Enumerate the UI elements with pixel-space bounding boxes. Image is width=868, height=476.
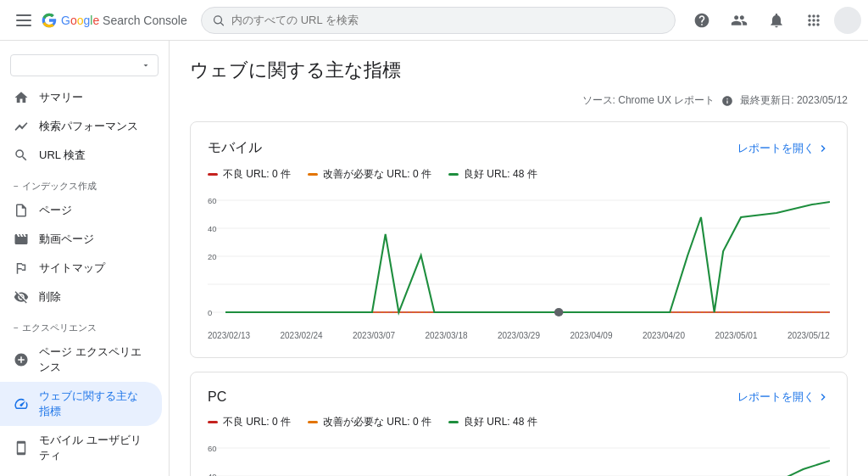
mobile-card-header: モバイル レポートを開く — [208, 139, 830, 157]
layout: サマリー 検索パフォーマンス URL 検査 インデックス作成 ページ — [0, 41, 868, 476]
svg-text:60: 60 — [208, 197, 217, 205]
pc-card-title: PC — [208, 389, 226, 405]
google-logo-icon — [41, 12, 58, 29]
logo: Google Search Console — [41, 12, 187, 29]
apps-button[interactable] — [797, 3, 831, 37]
header-actions — [685, 3, 861, 37]
legend-bad: 不良 URL: 0 件 — [208, 167, 291, 182]
pc-legend: 不良 URL: 0 件 改善が必要な URL: 0 件 良好 URL: 48 件 — [208, 415, 830, 429]
svg-text:20: 20 — [208, 253, 217, 261]
svg-text:40: 40 — [208, 225, 217, 233]
source-bar: ソース: Chrome UX レポート 最終更新日: 2023/05/12 — [190, 93, 848, 108]
svg-point-13 — [554, 308, 563, 316]
sidebar-item-url-inspection[interactable]: URL 検査 — [0, 141, 162, 170]
grid-icon — [805, 12, 822, 29]
mobile-icon — [14, 440, 29, 456]
legend-bad-dot — [208, 173, 218, 176]
notification-button[interactable] — [760, 3, 793, 37]
source-label: ソース: Chrome UX レポート — [582, 93, 715, 108]
people-icon — [731, 12, 748, 29]
pc-legend-improve-dot — [308, 421, 318, 423]
menu-button[interactable] — [7, 3, 41, 37]
pc-legend-good: 良好 URL: 48 件 — [448, 415, 537, 429]
speed-icon — [14, 396, 29, 412]
search-icon — [212, 14, 225, 27]
sidebar-item-web-vitals[interactable]: ウェブに関する主な指標 — [0, 382, 162, 426]
circle-plus-icon — [14, 352, 29, 367]
hamburger-icon — [16, 14, 31, 26]
search-bar[interactable] — [201, 7, 676, 34]
sidebar: サマリー 検索パフォーマンス URL 検査 インデックス作成 ページ — [0, 41, 170, 476]
trend-icon — [14, 119, 29, 134]
account-button[interactable] — [722, 3, 756, 37]
mobile-chart-svg: 60 40 20 0 — [208, 192, 830, 328]
video-icon — [14, 232, 29, 247]
doc-icon — [14, 203, 29, 218]
sidebar-label-summary: サマリー — [39, 90, 83, 105]
legend-needs-improvement: 改善が必要な URL: 0 件 — [308, 167, 431, 182]
search-sidebar-icon — [14, 148, 29, 163]
svg-text:60: 60 — [208, 445, 217, 453]
header: Google Search Console — [0, 0, 868, 41]
sidebar-item-summary[interactable]: サマリー — [0, 83, 162, 112]
section-index: インデックス作成 — [0, 170, 169, 196]
avatar[interactable] — [834, 7, 861, 34]
search-input[interactable] — [231, 14, 665, 26]
mobile-legend: 不良 URL: 0 件 改善が必要な URL: 0 件 良好 URL: 48 件 — [208, 167, 830, 182]
help-button[interactable] — [685, 3, 719, 37]
info-icon — [721, 95, 733, 107]
pc-card: PC レポートを開く 不良 URL: 0 件 改善が必要な URL: 0 件 — [190, 372, 848, 476]
last-updated-label: 最終更新日: 2023/05/12 — [740, 93, 848, 108]
home-icon — [14, 90, 29, 105]
help-icon — [693, 12, 710, 29]
svg-text:0: 0 — [208, 309, 212, 317]
mobile-card-title: モバイル — [208, 139, 262, 157]
section-experience: エクスペリエンス — [0, 311, 169, 338]
pc-chart: 60 40 — [208, 440, 830, 476]
legend-good: 良好 URL: 48 件 — [448, 167, 537, 182]
chevron-right-icon — [816, 142, 830, 155]
pc-legend-needs-improvement: 改善が必要な URL: 0 件 — [308, 415, 431, 429]
page-title: ウェブに関する主な指標 — [190, 58, 848, 83]
mobile-chart: 60 40 20 0 — [208, 192, 830, 328]
sitemap-icon — [14, 260, 29, 276]
sidebar-label-search-performance: 検索パフォーマンス — [39, 119, 138, 134]
sidebar-item-removal[interactable]: 削除 — [0, 283, 162, 311]
sidebar-item-search-performance[interactable]: 検索パフォーマンス — [0, 112, 162, 141]
sidebar-item-sitemap[interactable]: サイトマップ — [0, 254, 162, 283]
legend-improve-dot — [308, 173, 318, 176]
app-title: Google Search Console — [61, 14, 187, 27]
pc-chart-svg: 60 40 — [208, 440, 830, 476]
chevron-down-icon — [141, 60, 151, 70]
sidebar-label-url-inspection: URL 検査 — [39, 148, 86, 163]
pc-legend-good-dot — [448, 421, 459, 423]
mobile-card: モバイル レポートを開く 不良 URL: 0 件 改善が必要な URL: 0 件 — [190, 121, 848, 358]
pc-chevron-right-icon — [816, 390, 830, 404]
mobile-x-labels: 2023/02/13 2023/02/24 2023/03/07 2023/03… — [208, 331, 830, 340]
eye-off-icon — [14, 289, 29, 305]
svg-line-1 — [220, 22, 223, 25]
bell-icon — [768, 12, 785, 29]
pc-report-link[interactable]: レポートを開く — [737, 389, 830, 405]
sidebar-item-page-experience[interactable]: ページ エクスペリエンス — [0, 338, 162, 382]
legend-good-dot — [448, 173, 459, 176]
pc-legend-bad-dot — [208, 421, 218, 423]
section-shopping: ショッピング — [0, 470, 169, 476]
pc-legend-bad: 不良 URL: 0 件 — [208, 415, 291, 429]
main-content: ウェブに関する主な指標 ソース: Chrome UX レポート 最終更新日: 2… — [170, 41, 868, 476]
svg-text:40: 40 — [208, 473, 217, 476]
sidebar-item-video-pages[interactable]: 動画ページ — [0, 225, 162, 254]
mobile-report-link[interactable]: レポートを開く — [737, 141, 830, 156]
sidebar-item-mobile-usability[interactable]: モバイル ユーザビリティ — [0, 426, 162, 470]
sidebar-item-pages[interactable]: ページ — [0, 196, 162, 225]
pc-card-header: PC レポートを開く — [208, 389, 830, 405]
property-selector[interactable] — [10, 54, 159, 76]
